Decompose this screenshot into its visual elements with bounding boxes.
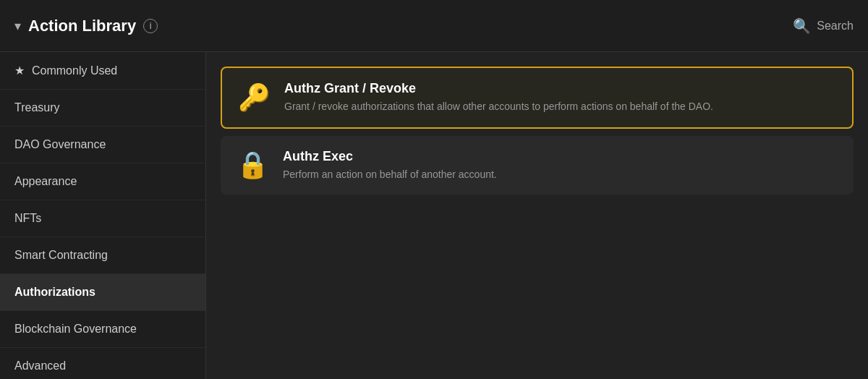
- star-icon: ★: [14, 64, 25, 77]
- content-area: 🔑 Authz Grant / Revoke Grant / revoke au…: [206, 52, 868, 379]
- action-title: Authz Exec: [283, 149, 839, 164]
- sidebar-item-treasury[interactable]: Treasury: [0, 90, 205, 127]
- sidebar-item-advanced[interactable]: Advanced: [0, 348, 205, 379]
- page-title: Action Library: [28, 17, 136, 35]
- main-content: ★ Commonly Used Treasury DAO Governance …: [0, 52, 868, 379]
- sidebar-item-label: Authorizations: [14, 286, 95, 299]
- sidebar-item-label: DAO Governance: [14, 138, 106, 151]
- action-card-authz-grant-revoke[interactable]: 🔑 Authz Grant / Revoke Grant / revoke au…: [221, 67, 854, 129]
- sidebar-item-label: Blockchain Governance: [14, 323, 137, 336]
- header: ▾ Action Library i 🔍 Search: [0, 0, 868, 52]
- action-card-authz-exec[interactable]: 🔒 Authz Exec Perform an action on behalf…: [221, 136, 854, 195]
- action-info: Authz Exec Perform an action on behalf o…: [283, 149, 839, 182]
- sidebar: ★ Commonly Used Treasury DAO Governance …: [0, 52, 206, 379]
- sidebar-item-authorizations[interactable]: Authorizations: [0, 274, 205, 311]
- sidebar-item-dao-governance[interactable]: DAO Governance: [0, 127, 205, 163]
- action-title: Authz Grant / Revoke: [284, 81, 838, 96]
- sidebar-item-label: NFTs: [14, 212, 41, 225]
- search-label: Search: [817, 20, 854, 33]
- collapse-icon[interactable]: ▾: [14, 18, 21, 34]
- info-icon[interactable]: i: [143, 19, 158, 33]
- sidebar-item-label: Smart Contracting: [14, 249, 108, 262]
- sidebar-item-label: Commonly Used: [32, 64, 117, 77]
- sidebar-item-blockchain-governance[interactable]: Blockchain Governance: [0, 311, 205, 348]
- app-container: ▾ Action Library i 🔍 Search ★ Commonly U…: [0, 0, 868, 379]
- sidebar-item-label: Treasury: [14, 101, 60, 114]
- sidebar-item-nfts[interactable]: NFTs: [0, 200, 205, 237]
- search-button[interactable]: 🔍 Search: [793, 17, 854, 35]
- sidebar-item-label: Advanced: [14, 359, 66, 372]
- lock-icon: 🔒: [235, 150, 270, 180]
- sidebar-item-label: Appearance: [14, 175, 77, 188]
- sidebar-item-smart-contracting[interactable]: Smart Contracting: [0, 237, 205, 274]
- action-info: Authz Grant / Revoke Grant / revoke auth…: [284, 81, 838, 114]
- key-icon: 🔑: [237, 82, 271, 113]
- search-icon: 🔍: [793, 17, 811, 35]
- header-left: ▾ Action Library i: [14, 17, 158, 35]
- sidebar-item-commonly-used[interactable]: ★ Commonly Used: [0, 52, 205, 90]
- action-description: Perform an action on behalf of another a…: [283, 168, 839, 182]
- action-description: Grant / revoke authorizations that allow…: [284, 100, 838, 114]
- sidebar-item-appearance[interactable]: Appearance: [0, 163, 205, 200]
